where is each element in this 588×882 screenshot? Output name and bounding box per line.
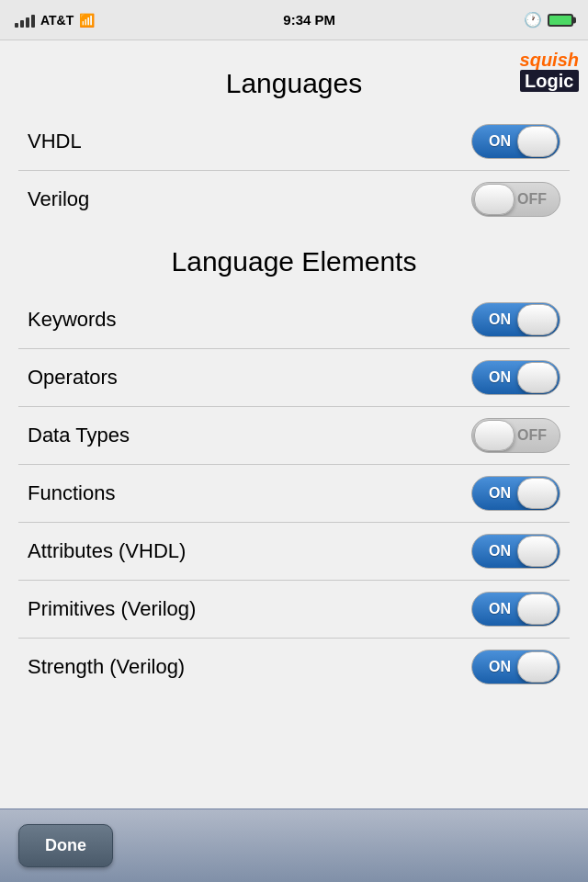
verilog-toggle[interactable]: OFF	[471, 182, 560, 217]
functions-toggle-label: ON	[489, 485, 511, 502]
keywords-toggle[interactable]: ON	[471, 302, 560, 337]
logo: squish Logic	[520, 50, 579, 92]
wifi-icon: 📶	[79, 13, 95, 28]
signal-icon	[15, 13, 35, 28]
clock-icon: 🕐	[524, 11, 542, 28]
datatypes-toggle-label: OFF	[517, 427, 547, 444]
list-item: Verilog OFF	[0, 171, 588, 228]
datatypes-toggle-knob	[474, 420, 514, 451]
operators-toggle[interactable]: ON	[471, 360, 560, 395]
primitives-toggle-label: ON	[489, 601, 511, 617]
operators-toggle-knob	[517, 362, 558, 393]
vhdl-toggle-label: ON	[489, 133, 511, 150]
strength-toggle[interactable]: ON	[471, 650, 560, 684]
operators-toggle-label: ON	[489, 369, 511, 386]
functions-toggle-knob	[517, 478, 558, 509]
carrier-label: AT&T	[40, 13, 74, 28]
status-bar: AT&T 📶 9:34 PM 🕐	[0, 0, 588, 40]
strength-toggle-label: ON	[489, 659, 511, 675]
operators-label: Operators	[28, 366, 118, 390]
functions-label: Functions	[28, 481, 115, 505]
bottom-bar: Done	[0, 808, 588, 882]
list-item: Primitives (Verilog) ON	[0, 581, 588, 638]
languages-header: Languages	[0, 50, 588, 113]
list-item: VHDL ON	[0, 113, 588, 170]
list-item: Operators ON	[0, 349, 588, 406]
datatypes-label: Data Types	[28, 424, 130, 447]
status-right: 🕐	[524, 11, 573, 28]
status-left: AT&T 📶	[15, 13, 95, 28]
list-item: Strength (Verilog) ON	[0, 639, 588, 695]
vhdl-toggle[interactable]: ON	[471, 124, 560, 159]
logo-logic: Logic	[520, 70, 579, 92]
clock: 9:34 PM	[283, 12, 335, 28]
attributes-toggle-knob	[517, 536, 558, 567]
primitives-toggle-knob	[517, 594, 558, 625]
attributes-toggle[interactable]: ON	[471, 534, 560, 569]
verilog-label: Verilog	[28, 187, 89, 211]
language-elements-header: Language Elements	[0, 228, 588, 291]
vhdl-toggle-knob	[517, 126, 558, 157]
strength-toggle-knob	[517, 651, 558, 683]
functions-toggle[interactable]: ON	[471, 476, 560, 511]
logo-squish: squish	[520, 50, 579, 70]
attributes-label: Attributes (VHDL)	[28, 539, 186, 563]
list-item: Keywords ON	[0, 291, 588, 348]
datatypes-toggle[interactable]: OFF	[471, 418, 560, 453]
battery-icon	[548, 14, 573, 27]
verilog-toggle-knob	[474, 184, 514, 215]
list-item: Attributes (VHDL) ON	[0, 523, 588, 580]
list-item: Data Types OFF	[0, 407, 588, 464]
vhdl-label: VHDL	[28, 130, 82, 153]
verilog-toggle-label: OFF	[517, 191, 547, 208]
done-button[interactable]: Done	[18, 824, 113, 867]
keywords-toggle-knob	[517, 304, 558, 335]
attributes-toggle-label: ON	[489, 543, 511, 560]
primitives-label: Primitives (Verilog)	[28, 597, 196, 621]
main-content: squish Logic Languages VHDL ON Verilog O…	[0, 40, 588, 808]
keywords-toggle-label: ON	[489, 311, 511, 328]
primitives-toggle[interactable]: ON	[471, 592, 560, 627]
list-item: Functions ON	[0, 465, 588, 522]
keywords-label: Keywords	[28, 308, 117, 332]
strength-label: Strength (Verilog)	[28, 655, 185, 679]
